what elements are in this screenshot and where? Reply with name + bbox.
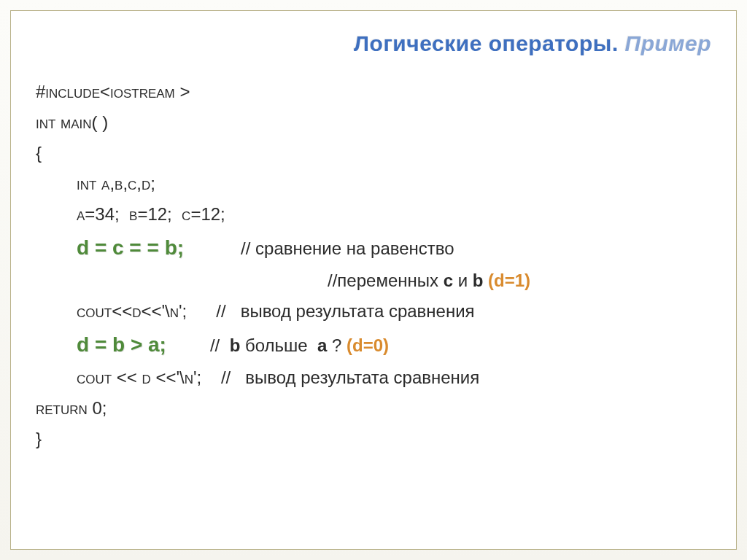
code-line: //переменных c и b (d=1) <box>36 265 711 296</box>
title-sub: Пример <box>625 31 711 55</box>
code-stmt: cout << d <<'\n'; <box>77 368 201 387</box>
code-text: больше <box>240 335 317 355</box>
code-result: (d=1) <box>488 271 530 290</box>
code-line: return 0; <box>36 393 711 424</box>
code-line: d = b > a; // b больше a ? (d=0) <box>36 327 711 362</box>
code-stmt: cout<<d<<'\n'; <box>77 301 187 321</box>
code-emph: d = c = = b; <box>77 236 184 259</box>
code-line: } <box>36 424 711 454</box>
code-var: c <box>444 271 453 290</box>
code-line: cout<<d<<'\n'; // вывод результата сравн… <box>36 296 711 327</box>
code-line: cout << d <<'\n'; // вывод результата ср… <box>36 362 711 393</box>
code-line: { <box>36 138 711 168</box>
slide-title: Логические операторы. Пример <box>36 31 711 56</box>
code-comment: // сравнение на равенство <box>241 238 454 258</box>
code-comment: //переменных <box>328 271 444 290</box>
code-line: a=34; b=12; c=12; <box>36 199 711 230</box>
code-text: и <box>453 271 473 290</box>
code-comment: // вывод результата сравнения <box>221 368 479 387</box>
slide-inner: Логические операторы. Пример #include<io… <box>10 10 737 550</box>
code-var: b <box>230 335 241 355</box>
code-comment: // <box>210 335 230 355</box>
code-line: #include<iostream > <box>36 77 711 107</box>
title-dot: . <box>612 31 625 55</box>
code-line: int main( ) <box>36 107 711 138</box>
title-main: Логические операторы <box>354 31 612 55</box>
slide: Логические операторы. Пример #include<io… <box>0 0 747 560</box>
code-line: d = c = = b;// сравнение на равенство <box>36 230 711 265</box>
code-result: (d=0) <box>347 335 389 355</box>
code-var: a <box>317 335 327 355</box>
code-var: b <box>473 271 488 290</box>
code-comment: // вывод результата сравнения <box>216 301 474 321</box>
code-text: ? <box>327 335 347 355</box>
code-emph: d = b > a; <box>77 333 166 356</box>
code-line: int a,b,c,d; <box>36 168 711 199</box>
code-block: #include<iostream > int main( ) { int a,… <box>36 77 711 454</box>
